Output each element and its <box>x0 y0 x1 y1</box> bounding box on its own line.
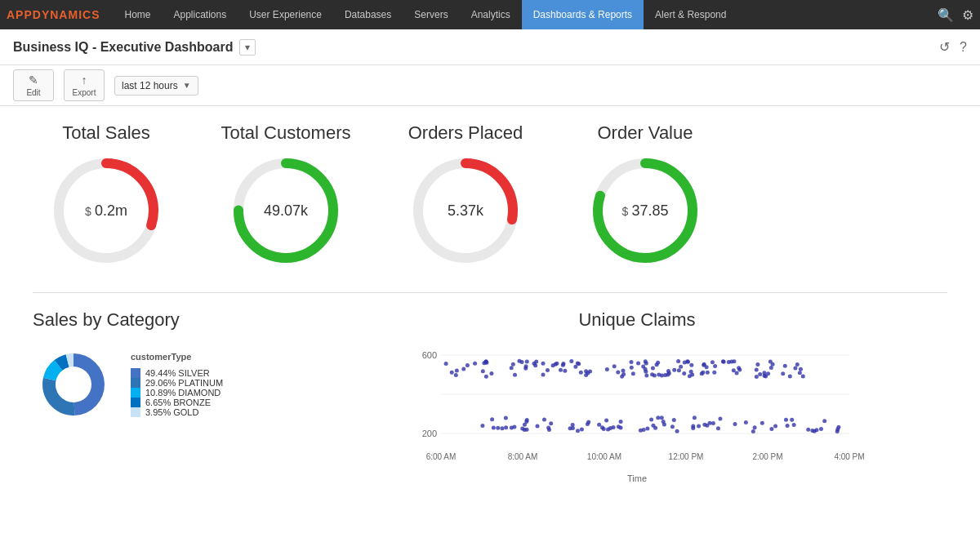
time-range-selector[interactable]: last 12 hours ▼ <box>114 76 198 96</box>
scatter-dot <box>660 415 664 420</box>
nav-item-user-experience[interactable]: User Experience <box>238 0 333 29</box>
scatter-dot <box>484 375 488 379</box>
scatter-dot <box>630 366 634 370</box>
settings-icon[interactable]: ⚙ <box>962 7 973 23</box>
scatter-dot <box>541 373 546 377</box>
scatter-dot <box>513 373 517 377</box>
refresh-icon[interactable]: ↺ <box>939 39 950 55</box>
scatter-dot <box>573 365 577 369</box>
kpi-circle-3: $37.85 <box>588 153 702 268</box>
scatter-dot <box>580 428 584 432</box>
toolbar: ✎ Edit ↑ Export last 12 hours ▼ <box>0 65 980 106</box>
nav-item-analytics[interactable]: Analytics <box>460 0 522 29</box>
y-axis-label: 600 <box>422 350 437 360</box>
scatter-dot <box>533 363 537 367</box>
kpi-title-3: Order Value <box>598 122 693 144</box>
legend-items: 49.44% SILVER29.06% PLATINUM10.89% DIAMO… <box>131 368 223 417</box>
help-icon[interactable]: ? <box>960 40 967 55</box>
kpi-number-2: 5.37k <box>448 202 483 220</box>
scatter-dot <box>656 361 660 365</box>
scatter-dot <box>677 368 681 372</box>
scatter-dot <box>541 362 545 366</box>
scatter-dot <box>705 365 709 369</box>
search-icon[interactable]: 🔍 <box>938 7 954 23</box>
scatter-dot <box>732 368 736 372</box>
kpi-circle-2: 5.37k <box>408 153 523 268</box>
scatter-dot <box>784 418 788 422</box>
kpi-circle-1: 49.07k <box>229 153 343 268</box>
scatter-dot <box>786 424 790 428</box>
scatter-dot <box>619 420 623 424</box>
scatter-dot <box>758 372 762 376</box>
scatter-dot <box>688 374 692 378</box>
kpi-item-2: Orders Placed5.37k <box>392 122 539 268</box>
scatter-dot <box>559 368 563 372</box>
scatter-dot <box>702 423 706 427</box>
nav-item-applications[interactable]: Applications <box>162 0 238 29</box>
scatter-dot <box>801 375 805 379</box>
kpi-prefix-0: $ <box>85 204 91 217</box>
title-dropdown-button[interactable]: ▾ <box>239 39 256 56</box>
edit-button[interactable]: ✎ Edit <box>13 69 54 101</box>
scatter-dot <box>683 361 687 365</box>
time-range-arrow-icon: ▼ <box>183 81 191 90</box>
legend: customerType 49.44% SILVER29.06% PLATINU… <box>131 352 223 417</box>
scatter-dot <box>706 371 710 375</box>
scatter-dot <box>744 420 748 424</box>
scatter-dot <box>716 426 720 430</box>
scatter-dot <box>483 360 488 364</box>
scatter-dot <box>769 427 773 431</box>
x-axis-label-5: 4:00 PM <box>834 452 864 461</box>
section-divider <box>33 292 947 293</box>
dashboard-header: Business IQ - Executive Dashboard ▾ ↺ ? <box>0 29 980 65</box>
kpi-title-0: Total Sales <box>62 122 150 144</box>
sales-category-widget: Sales by Category customerType 49.44% SI… <box>33 309 294 483</box>
nav-icon-group: 🔍 ⚙ <box>938 7 973 23</box>
donut-segment-0 <box>74 353 105 415</box>
legend-label-1: 29.06% PLATINUM <box>145 378 223 388</box>
nav-item-home[interactable]: Home <box>113 0 162 29</box>
scatter-dot <box>621 368 625 372</box>
scatter-dot <box>670 424 675 429</box>
scatter-dot <box>621 372 626 376</box>
scatter-dot <box>771 362 775 367</box>
scatter-dot <box>576 429 580 433</box>
scatter-dot <box>769 366 773 370</box>
scatter-dot <box>571 423 575 427</box>
scatter-dot <box>496 426 500 430</box>
scatter-dot <box>666 373 670 377</box>
kpi-prefix-3: $ <box>622 204 629 217</box>
nav-item-databases[interactable]: Databases <box>333 0 403 29</box>
x-axis-label-1: 8:00 AM <box>508 452 538 461</box>
nav-item-alert-&-respond[interactable]: Alert & Respond <box>644 0 737 29</box>
scatter-dot <box>597 423 601 427</box>
dashboard-header-icons: ↺ ? <box>939 39 967 55</box>
scatter-dot <box>798 371 802 375</box>
scatter-dot <box>631 371 635 375</box>
scatter-dot <box>644 359 648 363</box>
scatter-dot <box>525 360 529 364</box>
scatter-dot <box>454 373 458 377</box>
kpi-circle-0: $0.2m <box>49 153 163 268</box>
scatter-dot <box>718 416 722 420</box>
scatter-dot <box>490 417 494 421</box>
export-button[interactable]: ↑ Export <box>64 69 105 101</box>
scatter-dot <box>588 370 592 374</box>
scatter-dot <box>546 368 550 372</box>
kpi-item-0: Total Sales$0.2m <box>33 122 180 268</box>
scatter-dot <box>480 424 484 428</box>
donut-chart <box>33 344 114 425</box>
nav-item-dashboards-&-reports[interactable]: Dashboards & Reports <box>522 0 644 29</box>
scatter-dot <box>721 359 725 363</box>
scatter-dot <box>795 362 800 367</box>
scatter-dot <box>492 425 496 429</box>
chart-x-axis-label: Time <box>327 473 947 483</box>
legend-item-0: 49.44% SILVER <box>131 368 223 378</box>
legend-color-1 <box>131 378 140 388</box>
scatter-dot <box>755 362 760 367</box>
nav-item-servers[interactable]: Servers <box>403 0 459 29</box>
legend-color-4 <box>131 407 140 417</box>
scatter-dot <box>645 427 649 431</box>
edit-icon: ✎ <box>29 73 38 87</box>
kpi-number-3: 37.85 <box>631 202 668 220</box>
